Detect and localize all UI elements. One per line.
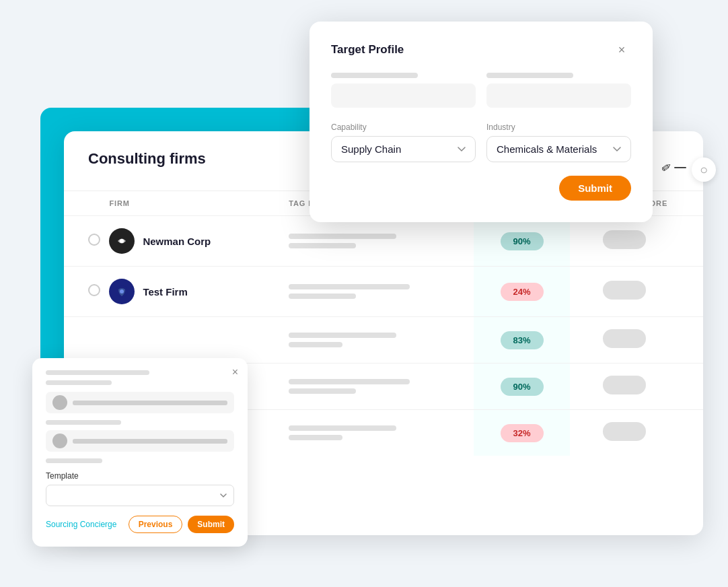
edit-area: ✏ bbox=[661, 160, 686, 175]
modal-field-1 bbox=[331, 73, 476, 117]
tagline-cell-4 bbox=[289, 364, 474, 410]
tagline-cell-3 bbox=[289, 317, 474, 364]
target-profile-modal: Target Profile × Capability Supply Chain… bbox=[310, 22, 653, 222]
table-row: Test Firm 24% bbox=[64, 267, 703, 317]
small-modal-close-button[interactable]: × bbox=[232, 366, 238, 378]
tagline-line bbox=[289, 284, 410, 289]
tagline-line bbox=[289, 435, 342, 440]
tagline-line bbox=[289, 234, 396, 239]
circle-btn-icon: ○ bbox=[700, 162, 708, 178]
sm-text-bar bbox=[73, 439, 227, 444]
previous-button[interactable]: Previous bbox=[129, 516, 183, 533]
modal-title: Target Profile bbox=[331, 43, 404, 57]
score-cell-2 bbox=[570, 267, 703, 317]
capability-select[interactable]: Supply Chain Operations Strategy bbox=[331, 136, 476, 162]
field-input-placeholder[interactable] bbox=[486, 83, 631, 108]
tagline-cell-2 bbox=[289, 267, 474, 317]
field-label-placeholder bbox=[331, 73, 418, 78]
row-radio-2[interactable] bbox=[64, 267, 104, 317]
firm-cell-2: Test Firm bbox=[104, 267, 289, 317]
template-select[interactable] bbox=[46, 485, 234, 506]
sm-placeholder-line bbox=[46, 458, 102, 463]
match-cell-4: 90% bbox=[474, 364, 570, 410]
modal-header: Target Profile × bbox=[331, 40, 631, 59]
radio-button[interactable] bbox=[88, 284, 100, 296]
sm-avatar-1 bbox=[52, 395, 67, 410]
svg-point-2 bbox=[120, 289, 124, 294]
industry-select-block: Industry Chemicals & Materials Technolog… bbox=[486, 123, 631, 162]
sm-input-1[interactable] bbox=[46, 392, 234, 413]
field-input-placeholder[interactable] bbox=[331, 83, 476, 108]
modal-close-button[interactable]: × bbox=[612, 40, 631, 59]
industry-select[interactable]: Chemicals & Materials Technology Healthc… bbox=[486, 136, 631, 162]
sm-placeholder-line bbox=[46, 420, 121, 425]
score-cell-4 bbox=[570, 364, 703, 410]
capability-label: Capability bbox=[331, 123, 476, 132]
side-circle-button[interactable]: ○ bbox=[692, 158, 716, 182]
small-modal: × Template Sourcing Concierge Previous S… bbox=[32, 358, 248, 547]
col-header-check bbox=[64, 191, 104, 216]
match-badge: 32% bbox=[501, 424, 544, 442]
template-label: Template bbox=[46, 471, 234, 481]
industry-label: Industry bbox=[486, 123, 631, 132]
modal-field-2 bbox=[486, 73, 631, 117]
firm-name-newman: Newman Corp bbox=[143, 236, 211, 247]
firm-name-test: Test Firm bbox=[143, 286, 187, 298]
tagline-cell-1 bbox=[289, 216, 474, 267]
table-row: Newman Corp 90% bbox=[64, 216, 703, 267]
tagline-line bbox=[289, 243, 356, 248]
match-cell-3: 83% bbox=[474, 317, 570, 364]
firm-logo-newman bbox=[109, 228, 135, 254]
firm-logo-test bbox=[109, 279, 135, 304]
table-row: 83% bbox=[64, 317, 703, 364]
tagline-cell-5 bbox=[289, 410, 474, 456]
sm-input-2[interactable] bbox=[46, 430, 234, 452]
match-cell-5: 32% bbox=[474, 410, 570, 456]
match-badge: 90% bbox=[501, 232, 544, 250]
small-modal-buttons: Previous Submit bbox=[129, 516, 234, 533]
tagline-line bbox=[289, 425, 396, 431]
small-modal-submit-button[interactable]: Submit bbox=[188, 516, 234, 533]
firm-cell-3 bbox=[104, 317, 289, 364]
modal-footer: Submit bbox=[331, 176, 631, 201]
match-badge: 90% bbox=[501, 378, 544, 396]
score-pill bbox=[603, 376, 646, 394]
row-radio-1[interactable] bbox=[64, 216, 104, 267]
tagline-line bbox=[289, 379, 410, 384]
modal-fields-row-1 bbox=[331, 73, 631, 117]
match-cell-1: 90% bbox=[474, 216, 570, 267]
score-cell-5 bbox=[570, 410, 703, 456]
score-cell-1 bbox=[570, 216, 703, 267]
score-pill bbox=[603, 329, 646, 348]
tagline-line bbox=[289, 342, 342, 347]
score-pill bbox=[603, 230, 646, 249]
score-pill bbox=[603, 422, 646, 441]
sm-avatar-2 bbox=[52, 434, 67, 448]
sm-placeholder-line bbox=[46, 370, 149, 375]
match-badge: 83% bbox=[501, 331, 544, 349]
sm-placeholder-line bbox=[46, 380, 112, 385]
capability-select-block: Capability Supply Chain Operations Strat… bbox=[331, 123, 476, 162]
field-label-placeholder bbox=[486, 73, 573, 78]
score-pill bbox=[603, 281, 646, 300]
svg-point-0 bbox=[120, 239, 124, 243]
modal-select-row: Capability Supply Chain Operations Strat… bbox=[331, 123, 631, 162]
row-radio-3[interactable] bbox=[64, 317, 104, 364]
score-cell-3 bbox=[570, 317, 703, 364]
match-cell-2: 24% bbox=[474, 267, 570, 317]
pencil-underline bbox=[674, 167, 686, 168]
match-badge: 24% bbox=[501, 283, 544, 301]
sm-text-bar bbox=[73, 401, 227, 405]
target-modal-submit-button[interactable]: Submit bbox=[559, 176, 631, 201]
col-header-firm: FIRM bbox=[104, 191, 289, 216]
radio-button[interactable] bbox=[88, 234, 100, 246]
sourcing-concierge-link[interactable]: Sourcing Concierge bbox=[46, 520, 116, 529]
small-modal-footer: Sourcing Concierge Previous Submit bbox=[46, 516, 234, 533]
tagline-line bbox=[289, 388, 356, 394]
tagline-line bbox=[289, 333, 396, 338]
tagline-line bbox=[289, 294, 356, 299]
firm-cell-1: Newman Corp bbox=[104, 216, 289, 267]
